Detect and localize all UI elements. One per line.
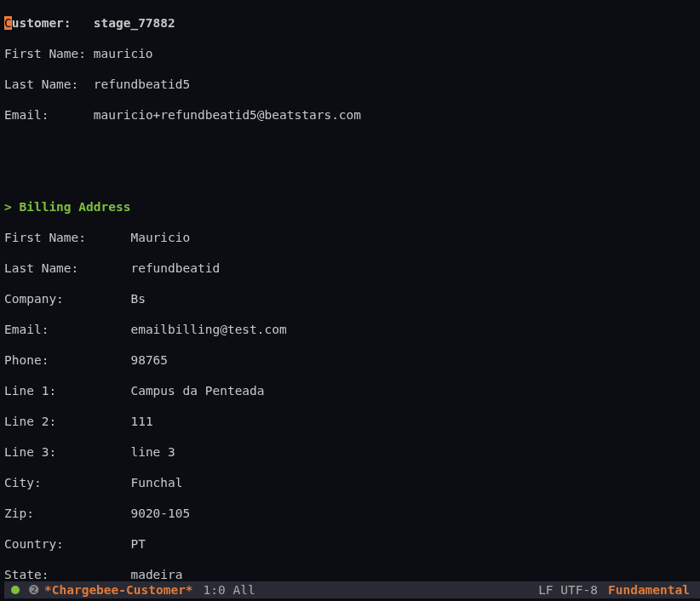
blank-line bbox=[4, 138, 700, 153]
buffer-name: *Chargebee-Customer* bbox=[44, 582, 193, 598]
billing-city-value: Funchal bbox=[130, 476, 182, 489]
billing-last-name-value: refundbeatid bbox=[130, 261, 220, 275]
billing-line3-line: Line 3: line 3 bbox=[4, 444, 700, 460]
billing-last-name-label: Last Name: bbox=[4, 261, 78, 275]
last-name-value: refundbeatid5 bbox=[94, 77, 191, 91]
billing-email-value: emailbilling@test.com bbox=[130, 323, 286, 336]
blank-line bbox=[4, 169, 700, 184]
email-value: mauricio+refundbeatid5@beatstars.com bbox=[94, 108, 361, 122]
billing-line1-line: Line 1: Campus da Penteada bbox=[4, 383, 700, 398]
billing-email-label: Email: bbox=[4, 323, 49, 336]
billing-line2-line: Line 2: 111 bbox=[4, 414, 700, 429]
billing-company-value: Bs bbox=[130, 292, 145, 306]
billing-company-line: Company: Bs bbox=[4, 291, 700, 306]
billing-line3-value: line 3 bbox=[130, 445, 175, 459]
billing-country-line: Country: PT bbox=[4, 536, 700, 552]
major-mode: Fundamental bbox=[608, 582, 690, 598]
billing-first-name-value: Mauricio bbox=[130, 231, 190, 244]
billing-city-label: City: bbox=[4, 476, 42, 489]
billing-line2-label: Line 2: bbox=[4, 415, 56, 428]
billing-header-line: > Billing Address bbox=[4, 199, 700, 215]
billing-phone-label: Phone: bbox=[4, 353, 49, 367]
cursor-position: 1:0 All bbox=[204, 582, 255, 598]
billing-last-name-line: Last Name: refundbeatid bbox=[4, 260, 700, 276]
last-name-label: Last Name: bbox=[4, 77, 78, 91]
email-line: Email: mauricio+refundbeatid5@beatstars.… bbox=[4, 107, 700, 123]
billing-state-line: State: madeira bbox=[4, 567, 700, 582]
modified-icon: ❷ bbox=[28, 582, 39, 598]
billing-line3-label: Line 3: bbox=[4, 445, 56, 459]
billing-zip-label: Zip: bbox=[4, 507, 34, 520]
buffer-content[interactable]: Customer: stage_77882 First Name: mauric… bbox=[4, 0, 700, 601]
billing-state-label: State: bbox=[4, 568, 49, 581]
billing-first-name-line: First Name: Mauricio bbox=[4, 230, 700, 245]
billing-company-label: Company: bbox=[4, 292, 64, 306]
customer-header-line: Customer: stage_77882 bbox=[4, 15, 700, 31]
modeline[interactable]: ❷ *Chargebee-Customer* 1:0 All LF UTF-8 … bbox=[4, 581, 700, 598]
first-name-value: mauricio bbox=[94, 47, 153, 60]
billing-country-label: Country: bbox=[4, 537, 64, 551]
billing-country-value: PT bbox=[130, 537, 145, 551]
billing-state-value: madeira bbox=[130, 568, 182, 581]
billing-zip-line: Zip: 9020-105 bbox=[4, 506, 700, 521]
email-label: Email: bbox=[4, 108, 49, 122]
billing-first-name-label: First Name: bbox=[4, 231, 86, 244]
customer-label-rest: ustomer: bbox=[12, 16, 94, 30]
billing-email-line: Email: emailbilling@test.com bbox=[4, 322, 700, 337]
last-name-line: Last Name: refundbeatid5 bbox=[4, 77, 700, 92]
billing-city-line: City: Funchal bbox=[4, 475, 700, 490]
billing-line1-value: Campus da Penteada bbox=[130, 384, 264, 398]
customer-value: stage_77882 bbox=[94, 16, 175, 30]
billing-line2-value: 111 bbox=[130, 415, 152, 428]
billing-line1-label: Line 1: bbox=[4, 384, 56, 398]
billing-section-header: > Billing Address bbox=[4, 200, 130, 214]
status-dot-icon bbox=[11, 586, 20, 594]
encoding: LF UTF-8 bbox=[538, 582, 598, 598]
billing-phone-value: 98765 bbox=[130, 353, 168, 367]
cursor: C bbox=[4, 16, 12, 30]
first-name-label: First Name: bbox=[4, 47, 86, 60]
billing-zip-value: 9020-105 bbox=[130, 507, 190, 520]
billing-phone-line: Phone: 98765 bbox=[4, 352, 700, 368]
first-name-line: First Name: mauricio bbox=[4, 46, 700, 61]
